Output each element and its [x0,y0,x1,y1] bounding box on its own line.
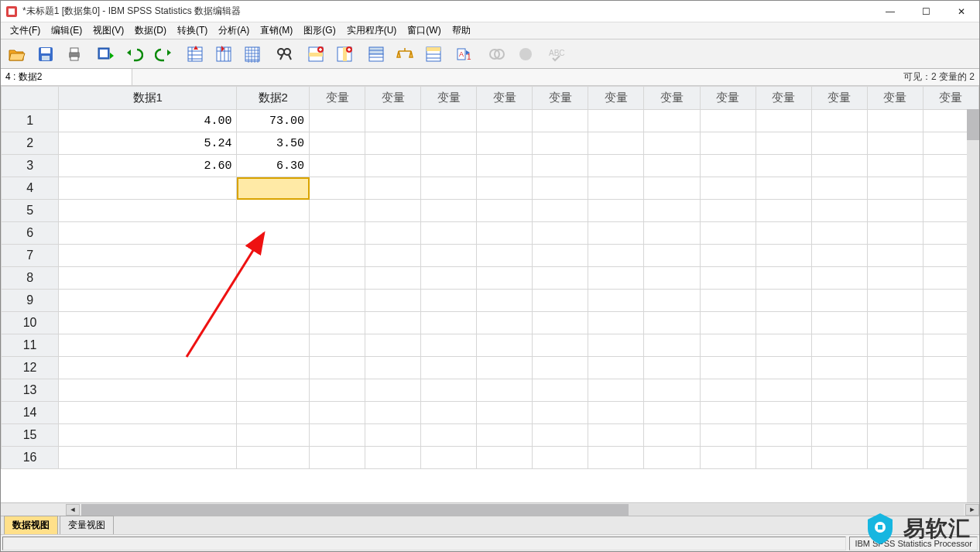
data-cell[interactable]: 73.00 [237,110,310,132]
data-cell[interactable] [421,177,477,200]
data-cell[interactable] [59,222,237,245]
data-cell[interactable] [477,200,533,222]
data-cell[interactable] [700,357,756,379]
data-cell[interactable] [421,447,477,469]
data-cell[interactable] [237,334,310,357]
data-cell[interactable] [811,222,867,245]
data-cell[interactable] [644,424,700,447]
menu-transform[interactable]: 转换(T) [173,22,212,39]
data-cell[interactable] [421,200,477,222]
data-cell[interactable] [477,290,533,312]
row-header[interactable]: 15 [2,424,59,447]
data-cell[interactable] [421,155,477,177]
data-cell[interactable] [237,200,310,222]
data-cell[interactable] [700,447,756,469]
data-cell[interactable] [756,447,811,469]
data-cell[interactable] [59,447,237,469]
data-cell[interactable] [644,447,700,469]
data-cell[interactable]: 6.30 [237,155,310,177]
data-cell[interactable] [811,267,867,290]
data-cell[interactable] [588,267,644,290]
data-cell[interactable] [59,200,237,222]
data-cell[interactable] [700,379,756,402]
data-cell[interactable] [811,334,867,357]
print-icon[interactable] [61,42,87,67]
corner-cell[interactable] [2,87,59,110]
row-header[interactable]: 14 [2,402,59,424]
variables-icon[interactable] [239,42,266,67]
row-header[interactable]: 13 [2,379,59,402]
data-cell[interactable] [700,424,756,447]
data-cell[interactable] [421,357,477,379]
horizontal-scrollbar[interactable] [81,504,964,516]
data-cell[interactable]: 5.24 [59,132,237,155]
data-cell[interactable] [756,222,811,245]
data-cell[interactable] [310,155,365,177]
data-cell[interactable] [59,312,237,334]
data-cell[interactable] [756,290,811,312]
data-cell[interactable] [59,334,237,357]
data-cell[interactable] [477,402,533,424]
row-header[interactable]: 10 [2,312,59,334]
tab-data-view[interactable]: 数据视图 [4,516,58,534]
data-cell[interactable] [310,200,365,222]
menu-direct-marketing[interactable]: 直销(M) [255,22,297,39]
row-header[interactable]: 12 [2,357,59,379]
data-cell[interactable] [867,267,923,290]
data-cell[interactable] [477,379,533,402]
data-cell[interactable] [365,155,421,177]
data-cell[interactable]: 4.00 [59,110,237,132]
data-cell[interactable] [756,402,811,424]
data-cell[interactable] [644,132,700,155]
data-cell[interactable] [237,177,310,200]
data-cell[interactable] [310,110,365,132]
value-labels-icon[interactable]: A1 [452,42,478,67]
data-cell[interactable] [700,290,756,312]
hscroll-left-button[interactable]: ◄ [66,504,80,516]
data-cell[interactable] [310,245,365,267]
column-header[interactable]: 变量 [811,87,867,110]
data-cell[interactable] [59,267,237,290]
data-cell[interactable] [533,155,588,177]
data-cell[interactable] [533,222,588,245]
data-cell[interactable] [421,424,477,447]
data-cell[interactable] [811,379,867,402]
data-cell[interactable] [533,357,588,379]
data-cell[interactable] [756,200,811,222]
data-cell[interactable] [477,222,533,245]
data-cell[interactable] [811,312,867,334]
close-button[interactable]: ✕ [944,1,979,22]
undo-icon[interactable] [122,42,148,67]
row-header[interactable]: 6 [2,222,59,245]
open-icon[interactable] [4,42,30,67]
data-cell[interactable] [867,379,923,402]
data-cell[interactable] [421,379,477,402]
data-cell[interactable] [867,132,923,155]
data-cell[interactable] [811,357,867,379]
data-cell[interactable] [477,424,533,447]
cell-reference-name[interactable]: 4 : 数据2 [1,69,132,85]
recall-dialog-icon[interactable] [93,42,119,67]
column-header[interactable]: 变量 [310,87,365,110]
data-cell[interactable] [644,334,700,357]
data-cell[interactable]: 3.50 [237,132,310,155]
row-header[interactable]: 1 [2,110,59,132]
data-cell[interactable] [310,132,365,155]
column-header[interactable]: 变量 [588,87,644,110]
data-cell[interactable] [811,200,867,222]
data-cell[interactable] [756,379,811,402]
data-cell[interactable] [588,110,644,132]
data-cell[interactable] [310,402,365,424]
data-cell[interactable] [421,110,477,132]
data-cell[interactable] [811,402,867,424]
data-cell[interactable] [310,424,365,447]
data-cell[interactable] [59,177,237,200]
menu-utility[interactable]: 实用程序(U) [342,22,402,39]
data-cell[interactable] [533,424,588,447]
cell-reference-value[interactable] [132,69,899,85]
data-cell[interactable] [477,312,533,334]
maximize-button[interactable]: ☐ [908,1,944,22]
select-cases-icon[interactable] [420,42,447,67]
data-cell[interactable] [588,245,644,267]
data-cell[interactable] [365,357,421,379]
